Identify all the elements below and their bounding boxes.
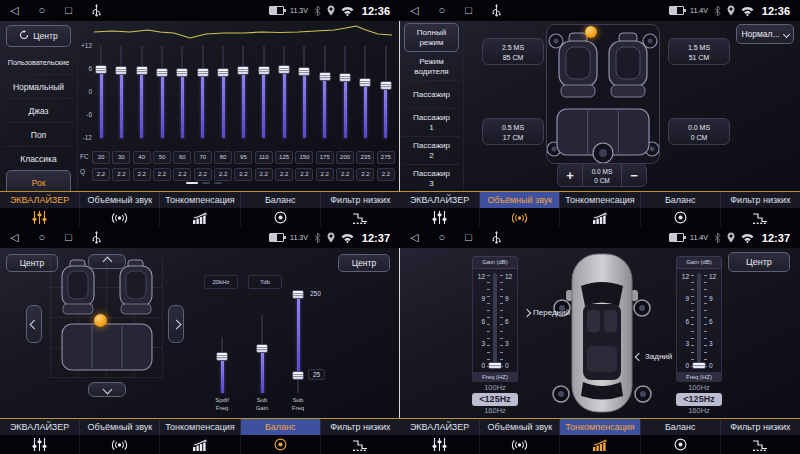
eq-band-slider[interactable] bbox=[133, 46, 151, 138]
preset-item[interactable]: Поп bbox=[3, 122, 74, 146]
mode-item[interactable]: Пассажир 2 bbox=[403, 136, 460, 164]
band-frequency-value[interactable]: 20 bbox=[92, 151, 110, 164]
band-q-value[interactable]: 2.2 bbox=[194, 168, 212, 181]
gain-slider[interactable] bbox=[493, 273, 497, 369]
tab-loudness[interactable]: Тонкомпенсация bbox=[560, 419, 640, 435]
tab-surround[interactable]: Объёмный звук bbox=[480, 419, 560, 435]
loudness-icon[interactable] bbox=[560, 208, 640, 227]
eq-slider-handle[interactable] bbox=[136, 66, 148, 75]
delay-plus-button[interactable]: + bbox=[558, 164, 582, 186]
loudness-icon[interactable] bbox=[160, 208, 240, 227]
delay-front-left[interactable]: 2.5 MS 85 CM bbox=[482, 38, 544, 65]
band-frequency-value[interactable]: 200 bbox=[336, 151, 354, 164]
fader-down-button[interactable] bbox=[88, 382, 126, 397]
band-q-value[interactable]: 2.2 bbox=[112, 168, 130, 181]
balance-icon[interactable] bbox=[241, 435, 321, 454]
band-q-value[interactable]: 2.2 bbox=[377, 168, 395, 181]
band-q-value[interactable]: 2.2 bbox=[275, 168, 293, 181]
back-icon[interactable]: ◁ bbox=[10, 0, 18, 21]
band-q-value[interactable]: 2.2 bbox=[234, 168, 252, 181]
mode-item[interactable]: Пассажир bbox=[403, 80, 460, 108]
tab-surround[interactable]: Объёмный звук bbox=[480, 192, 560, 208]
band-frequency-value[interactable]: 95 bbox=[234, 151, 252, 164]
band-q-value[interactable]: 2.2 bbox=[153, 168, 171, 181]
band-frequency-value[interactable]: 40 bbox=[133, 151, 151, 164]
band-frequency-value[interactable]: 30 bbox=[112, 151, 130, 164]
eq-slider-handle[interactable] bbox=[115, 66, 127, 75]
tab-lpf[interactable]: Фильтр низких bbox=[321, 192, 400, 208]
delay-rear-left[interactable]: 0.5 MS 17 CM bbox=[482, 118, 544, 145]
band-q-value[interactable]: 2.2 bbox=[316, 168, 334, 181]
tab-surround[interactable]: Объёмный звук bbox=[80, 419, 160, 435]
eq-band-slider[interactable] bbox=[275, 46, 293, 138]
eq-slider-handle[interactable] bbox=[339, 73, 351, 82]
surround-icon[interactable] bbox=[80, 435, 160, 454]
balance-position-ball[interactable] bbox=[94, 314, 107, 327]
eq-band-slider[interactable] bbox=[295, 46, 313, 138]
eq-band-slider[interactable] bbox=[173, 46, 191, 138]
recents-icon[interactable]: □ bbox=[465, 0, 472, 21]
eq-band-slider[interactable] bbox=[356, 46, 374, 138]
eq-band-slider[interactable] bbox=[194, 46, 212, 138]
delay-rear-right[interactable]: 0.0 MS 0 CM bbox=[668, 118, 730, 145]
recents-icon[interactable]: □ bbox=[65, 0, 72, 21]
recents-icon[interactable]: □ bbox=[465, 227, 472, 248]
lpf-icon[interactable] bbox=[321, 435, 400, 454]
balance-center-right-button[interactable]: Центр bbox=[338, 254, 390, 272]
tab-eq[interactable]: ЭКВАЛАЙЗЕР bbox=[400, 419, 480, 435]
eq-icon[interactable] bbox=[0, 208, 80, 227]
lpf-icon[interactable] bbox=[721, 208, 800, 227]
band-q-value[interactable]: 2.2 bbox=[356, 168, 374, 181]
eq-icon[interactable] bbox=[400, 435, 480, 454]
eq-band-slider[interactable] bbox=[234, 46, 252, 138]
eq-slider-handle[interactable] bbox=[217, 68, 229, 77]
sub-slider[interactable] bbox=[253, 315, 271, 393]
gain-slider[interactable] bbox=[697, 273, 701, 369]
eq-slider-handle[interactable] bbox=[380, 81, 392, 90]
balance-left-button[interactable] bbox=[26, 305, 42, 343]
tab-eq[interactable]: ЭКВАЛАЙЗЕР bbox=[0, 419, 80, 435]
center-reset-button[interactable]: Центр bbox=[6, 25, 71, 47]
band-q-value[interactable]: 2.2 bbox=[214, 168, 232, 181]
eq-slider-handle[interactable] bbox=[95, 65, 107, 74]
eq-band-slider[interactable] bbox=[336, 46, 354, 138]
sub-slider-handle[interactable] bbox=[292, 290, 304, 299]
eq-slider-handle[interactable] bbox=[258, 66, 270, 75]
mode-item[interactable]: Режим водителя bbox=[403, 52, 460, 80]
page-indicator[interactable] bbox=[186, 182, 222, 184]
mode-item[interactable]: Полный режим bbox=[404, 23, 459, 52]
lpf-icon[interactable] bbox=[321, 208, 400, 227]
balance-right-button[interactable] bbox=[168, 305, 184, 343]
preset-item[interactable]: Нормальный bbox=[3, 74, 74, 98]
eq-slider-handle[interactable] bbox=[176, 68, 188, 77]
eq-slider-handle[interactable] bbox=[278, 65, 290, 74]
sub-slider-handle[interactable] bbox=[216, 352, 228, 361]
band-frequency-value[interactable]: 275 bbox=[377, 151, 395, 164]
delay-minus-button[interactable]: − bbox=[622, 164, 646, 186]
eq-band-slider[interactable] bbox=[214, 46, 232, 138]
preset-item[interactable]: Пользовательские bbox=[3, 50, 74, 74]
tab-surround[interactable]: Объёмный звук bbox=[80, 192, 160, 208]
sub-slider[interactable] bbox=[213, 337, 231, 393]
mode-item[interactable]: Пассажир 1 bbox=[403, 108, 460, 136]
freq-option[interactable]: <125Hz bbox=[472, 393, 518, 406]
band-frequency-value[interactable]: 110 bbox=[255, 151, 273, 164]
mode-item[interactable]: Пассажир 3 bbox=[403, 164, 460, 192]
band-q-value[interactable]: 2.2 bbox=[133, 168, 151, 181]
band-frequency-value[interactable]: 60 bbox=[173, 151, 191, 164]
tab-eq[interactable]: ЭКВАЛАЙЗЕР bbox=[0, 192, 80, 208]
tab-lpf[interactable]: Фильтр низких bbox=[321, 419, 400, 435]
freq-option[interactable]: 100Hz bbox=[676, 383, 722, 393]
eq-icon[interactable] bbox=[400, 208, 480, 227]
eq-slider-handle[interactable] bbox=[359, 78, 371, 87]
freq-option[interactable]: <125Hz bbox=[676, 393, 722, 406]
tab-balance[interactable]: Баланс bbox=[241, 192, 321, 208]
preset-dropdown[interactable]: Нормал... bbox=[736, 24, 794, 44]
band-frequency-value[interactable]: 70 bbox=[194, 151, 212, 164]
tab-lpf[interactable]: Фильтр низких bbox=[721, 419, 800, 435]
band-frequency-value[interactable]: 50 bbox=[153, 151, 171, 164]
gain-slider-handle[interactable] bbox=[488, 362, 502, 369]
balance-icon[interactable] bbox=[241, 208, 321, 227]
band-q-value[interactable]: 2.2 bbox=[336, 168, 354, 181]
eq-band-slider[interactable] bbox=[153, 46, 171, 138]
